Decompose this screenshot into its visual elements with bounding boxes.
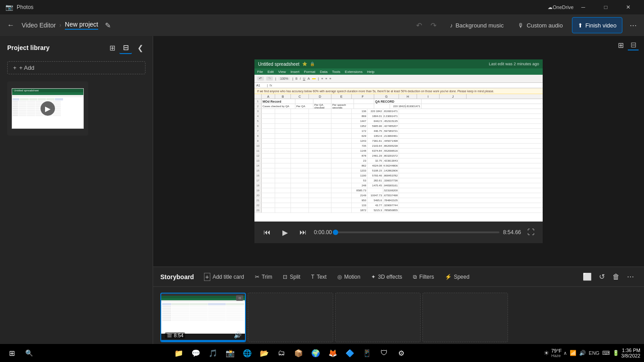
maximize-button[interactable]: □: [595, 0, 616, 14]
text-button[interactable]: T Text: [307, 270, 331, 284]
background-music-button[interactable]: ♪ Background music: [444, 17, 509, 33]
table-row: 132332.751.423913043: [254, 158, 543, 163]
back-button[interactable]: ←: [4, 18, 18, 32]
play-overlay: ▶: [41, 101, 55, 116]
play-icon: ▶: [282, 228, 288, 237]
storyboard-title: Storyboard: [160, 273, 194, 281]
taskbar-center: 📁 💬 🎵 📸 🌐 📂 🗂 📦 🌍 🦊 🔷 📱 🛡 ⚙: [171, 345, 409, 361]
add-title-card-button[interactable]: + Add title card: [200, 270, 249, 284]
start-button[interactable]: ⊞: [4, 345, 20, 361]
photos-icon: 📷: [5, 4, 13, 11]
motion-button[interactable]: ◎ Motion: [333, 270, 365, 284]
minimize-button[interactable]: ─: [573, 0, 594, 14]
add-media-button[interactable]: + + Add: [7, 61, 145, 74]
table-header-row: 1 MOd Record QA RECORD: [254, 99, 543, 104]
more-options-button[interactable]: ⋯: [626, 18, 640, 32]
trim-button[interactable]: ✂ Trim: [250, 270, 277, 284]
clip-1-audio-icon: 🔊: [234, 331, 241, 339]
table-row: 128782461.292.803291572: [254, 154, 543, 158]
excel-titlebar: Untitled spreadsheet ⭐ 🔒 Last edit was 2…: [254, 59, 543, 68]
date-display: 3/8/2022: [621, 353, 640, 358]
weather-widget[interactable]: ☀ 79°F Haze: [544, 348, 562, 358]
taskbar-app-firefox[interactable]: 🦊: [325, 345, 341, 361]
app-bar: ← Video Editor › New project ✎ ↶ ↷ ♪ Bac…: [0, 14, 644, 36]
taskbar-left: ⊞ 🔍: [4, 345, 37, 361]
taskbar-app-phone[interactable]: 📱: [359, 345, 375, 361]
storyboard-panel: Storyboard + Add title card ✂ Trim ⊡ Spl…: [153, 267, 644, 348]
taskbar-right: ☀ 79°F Haze ∧ 📶 🔊 ENG ⌨ 🔋 1:36 PM 3/8/20…: [544, 348, 640, 358]
panel-controls: ⊞ ⊟ ❮: [106, 41, 145, 54]
collapse-panel-button[interactable]: ❮: [135, 42, 145, 53]
clip-4[interactable]: [422, 293, 508, 342]
more-icon: ⋯: [630, 21, 637, 30]
table-row: 2213343.770.329097744: [254, 203, 543, 208]
clock[interactable]: 1:36 PM 3/8/2022: [621, 348, 640, 358]
undo-redo-controls: ↶ ↷: [412, 18, 441, 32]
taskbar-app-chrome[interactable]: 🌍: [308, 345, 324, 361]
table-row: 20214910047.734.675537498: [254, 193, 543, 198]
taskbar-app-security[interactable]: 🛡: [376, 345, 392, 361]
clip-2[interactable]: [248, 293, 333, 342]
progress-thumb[interactable]: [333, 230, 338, 235]
more-clip-options-button[interactable]: ⋯: [624, 271, 637, 283]
rotate-button[interactable]: ↺: [595, 271, 608, 283]
taskbar-app-settings[interactable]: ⚙: [393, 345, 409, 361]
taskbar-app-music[interactable]: 🎵: [205, 345, 221, 361]
preview-frame: Untitled spreadsheet ⭐ 🔒 Last edit was 2…: [254, 59, 543, 222]
speed-button[interactable]: ⚡ Speed: [440, 270, 474, 284]
text-icon: T: [311, 274, 314, 280]
search-icon: 🔍: [25, 349, 33, 357]
preview-list-view[interactable]: ⊟: [628, 40, 639, 50]
table-row: 48691804.012.23091471: [254, 114, 543, 119]
taskbar: ⊞ 🔍 📁 💬 🎵 📸 🌐 📂 🗂 📦 🌍 🦊 🔷 📱 🛡 ⚙ ☀ 79°F H…: [0, 344, 644, 362]
clip-corner-icon: ⊡: [236, 295, 243, 301]
taskbar-app-edge[interactable]: 🔷: [342, 345, 358, 361]
start-icon: ⊞: [9, 349, 15, 357]
temperature: 79°F: [551, 348, 562, 353]
undo-button[interactable]: ↶: [412, 18, 426, 32]
formula-bar: A1 | fx: [254, 83, 543, 88]
main-layout: Project library ⊞ ⊟ ❮ + + Add: [0, 36, 644, 348]
custom-audio-button[interactable]: 🎙 Custom audio: [512, 17, 568, 33]
edit-project-name-button[interactable]: ✎: [102, 19, 114, 32]
filters-button[interactable]: ⧉ Filters: [408, 270, 439, 284]
rewind-icon: ⏮: [263, 228, 271, 236]
taskbar-app-chat[interactable]: 💬: [188, 345, 204, 361]
taskbar-app-explorer[interactable]: 📁: [171, 345, 187, 361]
play-button[interactable]: ▶: [278, 225, 292, 240]
delete-clip-button[interactable]: 🗑: [610, 271, 622, 283]
3d-effects-button[interactable]: ✦ 3D effects: [367, 270, 407, 284]
video-preview-area: ⊞ ⊟ Untitled spreadsheet ⭐ 🔒 L: [153, 36, 644, 267]
split-button[interactable]: ⊡ Split: [278, 270, 304, 284]
rewind-button[interactable]: ⏮: [260, 225, 274, 240]
close-button[interactable]: ✕: [618, 0, 639, 14]
expand-preview-button[interactable]: ⛶: [525, 226, 537, 239]
list-icon: ⊟: [123, 43, 129, 52]
taskbar-app-files[interactable]: 📂: [256, 345, 272, 361]
title-bar: 📷 Photos ☁ OneDrive ─ □ ✕: [0, 0, 644, 14]
crop-button[interactable]: ⬜: [581, 271, 594, 283]
tray-overflow-icon[interactable]: ∧: [563, 350, 567, 356]
filters-icon: ⧉: [413, 274, 417, 280]
window-controls[interactable]: ☁ OneDrive ─ □ ✕: [550, 0, 639, 14]
library-item[interactable]: Untitled spreadsheet: [7, 81, 88, 136]
clip-1[interactable]: ⊡ 🎬 8:54 🔊: [160, 293, 246, 342]
split-icon: ⊡: [283, 274, 287, 280]
list-view-button[interactable]: ⊟: [119, 41, 132, 54]
clip-3[interactable]: [335, 293, 421, 342]
fast-forward-button[interactable]: ⏭: [296, 225, 310, 240]
taskbar-app-folders[interactable]: 🗂: [273, 345, 290, 361]
table-row: 1611905793.464.868453782: [254, 173, 543, 178]
taskbar-app-browser[interactable]: 🌐: [239, 345, 255, 361]
table-row: 219505495.65.784842105: [254, 198, 543, 203]
finish-video-button[interactable]: ⬆ Finish video: [572, 17, 622, 33]
search-button[interactable]: 🔍: [21, 345, 37, 361]
preview-grid-view[interactable]: ⊞: [615, 40, 626, 50]
taskbar-app-photos[interactable]: 📸: [222, 345, 238, 361]
current-time: 0:00.00: [314, 229, 332, 235]
taskbar-app-dropbox[interactable]: 📦: [290, 345, 307, 361]
progress-bar[interactable]: [336, 231, 499, 233]
table-row: 514476442.54.452315135: [254, 119, 543, 124]
redo-button[interactable]: ↷: [426, 18, 441, 32]
grid-view-button[interactable]: ⊞: [106, 41, 118, 54]
